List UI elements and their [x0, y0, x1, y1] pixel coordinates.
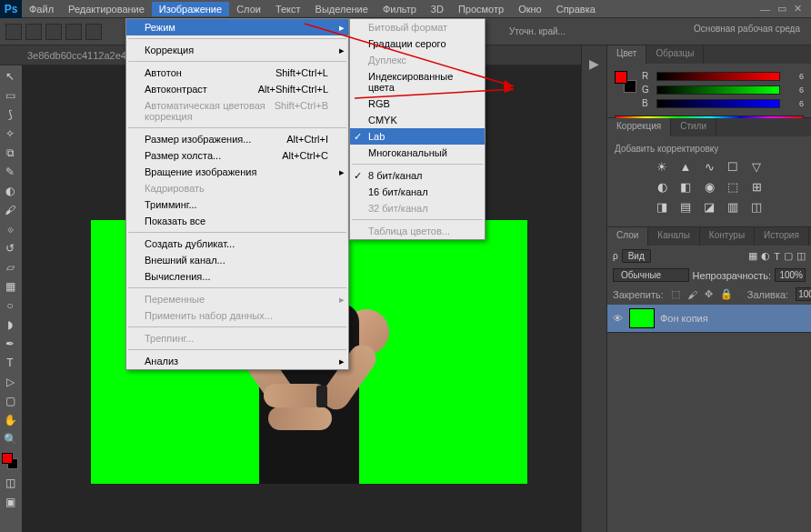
threshold-icon[interactable]: ◪: [702, 199, 716, 214]
shape-tool-icon[interactable]: ▢: [0, 392, 20, 410]
menuitem[interactable]: Создать дубликат...: [126, 236, 348, 252]
tab-paths[interactable]: Контуры: [700, 227, 755, 246]
screenmode-icon[interactable]: ▣: [0, 493, 20, 511]
menuitem[interactable]: Размер изображения...Alt+Ctrl+I: [126, 131, 348, 147]
tab-styles[interactable]: Стили: [671, 118, 716, 136]
tab-swatches[interactable]: Образцы: [646, 45, 704, 64]
layer-thumbnail[interactable]: [629, 308, 655, 328]
brightness-icon[interactable]: ☀: [655, 159, 669, 174]
menuitem[interactable]: 8 бит/канал✓: [350, 167, 485, 184]
wand-tool-icon[interactable]: ✧: [0, 125, 20, 143]
poster-icon[interactable]: ▤: [678, 199, 693, 214]
photo-filter-icon[interactable]: ◉: [702, 179, 716, 194]
filter-type-icon[interactable]: T: [774, 251, 780, 262]
minimize-icon[interactable]: —: [760, 4, 770, 15]
hand-tool-icon[interactable]: ✋: [0, 411, 20, 429]
r-slider[interactable]: [656, 72, 780, 81]
menu-просмотр[interactable]: Просмотр: [451, 2, 511, 16]
menuitem[interactable]: Коррекция▸: [126, 42, 348, 58]
lock-paint-icon[interactable]: 🖌: [687, 289, 697, 300]
curves-icon[interactable]: ∿: [702, 159, 716, 174]
marquee-icon[interactable]: [5, 24, 22, 40]
menu-изображение[interactable]: Изображение: [152, 2, 229, 16]
menuitem[interactable]: АвтоконтрастAlt+Shift+Ctrl+L: [126, 81, 348, 97]
menuitem[interactable]: Показать все: [126, 213, 348, 229]
refine-edge-button[interactable]: Уточн. край...: [509, 26, 566, 36]
menuitem[interactable]: Тримминг...: [126, 196, 348, 213]
eye-icon[interactable]: 👁: [613, 313, 624, 324]
play-icon[interactable]: ▶: [589, 56, 599, 71]
mixer-icon[interactable]: ⬚: [726, 179, 740, 194]
stamp-tool-icon[interactable]: ⟐: [0, 220, 20, 238]
b-slider[interactable]: [656, 99, 780, 108]
opt-btn[interactable]: [85, 24, 102, 40]
menuitem[interactable]: АвтотонShift+Ctrl+L: [126, 65, 348, 81]
tab-adjustments[interactable]: Коррекция: [607, 118, 671, 136]
menu-слои[interactable]: Слои: [229, 2, 268, 16]
hue-icon[interactable]: ◐: [655, 179, 669, 194]
tab-history[interactable]: История: [755, 227, 809, 246]
lock-transp-icon[interactable]: ⬚: [671, 288, 680, 300]
mode-submenu-dropdown[interactable]: Битовый форматГрадации серогоДуплексИнде…: [349, 18, 486, 240]
selective-icon[interactable]: ◫: [749, 199, 764, 214]
bw-icon[interactable]: ◧: [678, 179, 693, 194]
menu-3d[interactable]: 3D: [424, 2, 451, 16]
menu-редактирование[interactable]: Редактирование: [61, 2, 152, 16]
pen-tool-icon[interactable]: ✒: [0, 335, 20, 353]
menuitem[interactable]: CMYK: [350, 112, 485, 128]
type-tool-icon[interactable]: T: [0, 354, 20, 372]
close-icon[interactable]: ✕: [794, 3, 802, 15]
exposure-icon[interactable]: ☐: [726, 159, 740, 174]
opt-btn[interactable]: [45, 24, 62, 40]
menu-окно[interactable]: Окно: [511, 2, 549, 16]
dodge-tool-icon[interactable]: ◗: [0, 316, 20, 334]
restore-icon[interactable]: ▭: [777, 3, 786, 15]
tab-color[interactable]: Цвет: [607, 45, 646, 64]
levels-icon[interactable]: ▲: [678, 159, 693, 174]
menu-справка[interactable]: Справка: [549, 2, 603, 16]
marquee-tool-icon[interactable]: ▭: [0, 86, 20, 105]
menu-файл[interactable]: Файл: [22, 2, 61, 16]
gradient-tool-icon[interactable]: ▦: [0, 277, 20, 296]
vibrance-icon[interactable]: ▽: [749, 159, 764, 174]
menu-текст[interactable]: Текст: [268, 2, 308, 16]
path-tool-icon[interactable]: ▷: [0, 373, 20, 391]
opt-btn[interactable]: [25, 24, 42, 40]
history-brush-icon[interactable]: ↺: [0, 239, 20, 257]
menuitem[interactable]: 16 бит/канал: [350, 184, 485, 200]
move-tool-icon[interactable]: ↖: [0, 67, 20, 85]
filter-smart-icon[interactable]: ◫: [796, 250, 806, 262]
layer-kind-dropdown[interactable]: Вид: [622, 249, 651, 263]
color-swatch[interactable]: [2, 453, 18, 469]
filter-pixel-icon[interactable]: ▦: [748, 250, 757, 262]
zoom-tool-icon[interactable]: 🔍: [0, 430, 20, 448]
menuitem[interactable]: Градации серого: [350, 35, 485, 52]
tab-channels[interactable]: Каналы: [648, 227, 700, 246]
menuitem[interactable]: Режим▸: [126, 19, 348, 35]
menuitem[interactable]: Внешний канал...: [126, 252, 348, 268]
filter-adj-icon[interactable]: ◐: [761, 250, 770, 262]
r-value[interactable]: 6: [786, 72, 804, 81]
window-controls[interactable]: — ▭ ✕: [760, 3, 811, 15]
workspace-label[interactable]: Основная рабочая среда: [694, 24, 800, 34]
opt-btn[interactable]: [65, 24, 82, 40]
crop-tool-icon[interactable]: ⧉: [0, 144, 20, 162]
menu-выделение[interactable]: Выделение: [308, 2, 375, 16]
lock-all-icon[interactable]: 🔒: [720, 288, 733, 300]
opacity-input[interactable]: 100%: [775, 268, 806, 282]
menuitem[interactable]: Размер холста...Alt+Ctrl+C: [126, 147, 348, 164]
g-slider[interactable]: [656, 85, 780, 95]
layer-row[interactable]: 👁 Фон копия: [607, 305, 811, 332]
lasso-tool-icon[interactable]: ⟆: [0, 105, 20, 124]
quickmask-icon[interactable]: ◫: [0, 474, 20, 492]
brush-tool-icon[interactable]: 🖌: [0, 201, 20, 219]
eyedropper-tool-icon[interactable]: ✎: [0, 163, 20, 181]
menu-фильтр[interactable]: Фильтр: [375, 2, 424, 16]
menuitem[interactable]: Lab✓: [350, 128, 485, 145]
lock-pos-icon[interactable]: ✥: [705, 288, 713, 300]
image-menu-dropdown[interactable]: Режим▸Коррекция▸АвтотонShift+Ctrl+LАвток…: [125, 18, 349, 370]
eraser-tool-icon[interactable]: ▱: [0, 258, 20, 276]
menuitem[interactable]: Многоканальный: [350, 145, 485, 161]
healing-tool-icon[interactable]: ◐: [0, 182, 20, 200]
menuitem[interactable]: RGB: [350, 95, 485, 112]
